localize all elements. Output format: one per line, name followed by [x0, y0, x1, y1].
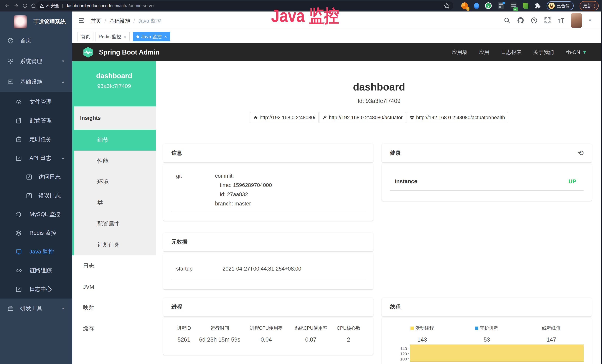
paused-label: 已暂停: [557, 3, 570, 9]
sba-nav-journal[interactable]: 日志报表: [501, 49, 522, 56]
sba-app-block[interactable]: dashboard 93a3fc7f7409: [72, 61, 156, 107]
tab-redis[interactable]: Redis 监控×: [95, 32, 129, 41]
sba-nav-applications[interactable]: 应用: [479, 49, 489, 56]
sidebar-item-access-log[interactable]: 访问日志: [0, 168, 72, 186]
user-caret-icon[interactable]: ▼: [588, 18, 592, 23]
github-icon[interactable]: [517, 17, 524, 24]
instance-title: dashboard: [156, 81, 602, 93]
sba-menu-config-props[interactable]: 配置属性: [74, 214, 156, 234]
sidebar-item-java-monitor[interactable]: Java 监控: [0, 243, 72, 261]
sidebar: 芋道管理系统 首页 系统管理 ▼ 基础设施 ▲ 文件管理 配置管理 定时任务 A…: [0, 11, 72, 364]
breadcrumb-home[interactable]: 首页: [91, 17, 101, 24]
emoji-face-icon: [548, 3, 555, 9]
extension-tampermonkey-icon[interactable]: on: [510, 2, 517, 9]
close-icon[interactable]: ×: [164, 34, 167, 39]
app-title: 芋道管理系统: [33, 18, 66, 26]
sba-app-name: dashboard: [72, 61, 156, 80]
sba-nav-about[interactable]: 关于我们: [533, 49, 554, 56]
sba-menu-metrics[interactable]: 性能: [74, 150, 156, 171]
sba-menu-scheduled-tasks[interactable]: 计划任务: [74, 234, 156, 255]
extension-y-icon[interactable]: y: [485, 2, 492, 9]
bookmark-star-icon[interactable]: [444, 3, 450, 9]
instance-home-link[interactable]: http://192.168.0.2:48080/: [250, 112, 319, 123]
card-process-header: 进程: [163, 298, 373, 316]
monitor-icon: [7, 79, 14, 85]
card-threads-body: 活动线程 143 守护进程 53 线程峰值 147 140 120 100: [382, 318, 592, 364]
sidebar-item-job[interactable]: 定时任务: [0, 130, 72, 148]
extension-grid-icon[interactable]: [498, 2, 504, 9]
sidebar-item-devtools[interactable]: 研发工具 ▼: [0, 300, 72, 317]
forward-icon[interactable]: [13, 3, 19, 9]
address-bar[interactable]: 不安全 | dashboard.yudao.iocoder.cn/infra/a…: [36, 1, 453, 10]
breadcrumb-current: Java 监控: [138, 17, 161, 24]
info-row-value: commit: time: 1596289704000 id: 27aa832 …: [215, 171, 272, 208]
sba-language-select[interactable]: zh-CN▼: [566, 49, 587, 55]
timer-icon: [16, 136, 22, 143]
sidebar-item-config[interactable]: 配置管理: [0, 112, 72, 130]
sba-menu-mappings[interactable]: 映射: [72, 297, 156, 318]
app-logo-row[interactable]: 芋道管理系统: [0, 13, 72, 31]
extension-leaf-icon[interactable]: [523, 3, 528, 9]
annotation-java-monitor: Java 监控: [271, 4, 339, 28]
threads-live-value: 143: [390, 336, 454, 343]
card-health-body: Instance UP: [382, 164, 592, 201]
hamburger-icon[interactable]: [78, 17, 85, 24]
health-instance-label: Instance: [395, 178, 417, 184]
tab-home[interactable]: 首页: [77, 32, 93, 41]
sidebar-item-home[interactable]: 首页: [0, 32, 72, 50]
tab-java[interactable]: Java 监控×: [133, 32, 170, 41]
sidebar-item-error-log[interactable]: 错误日志: [0, 187, 72, 204]
browser-menu-icon[interactable]: [594, 4, 595, 8]
chevron-up-icon: ▲: [61, 80, 65, 84]
extension-pin-icon[interactable]: [474, 3, 479, 9]
window-right-edge: [601, 11, 602, 364]
sidebar-item-api-log[interactable]: API 日志 ▲: [0, 149, 72, 167]
sba-brand[interactable]: Spring Boot Admin: [82, 46, 160, 58]
chevron-down-icon: ▼: [61, 60, 65, 63]
sba-menu-details[interactable]: 细节: [74, 130, 156, 150]
edit-icon: [16, 118, 22, 124]
layers-icon: [16, 230, 22, 236]
paused-extension-pill[interactable]: 已暂停: [547, 1, 574, 10]
instance-actuator-link[interactable]: http://192.168.0.2:48080/actuator: [319, 112, 406, 123]
help-icon[interactable]: [531, 17, 538, 24]
extension-colorzilla-icon[interactable]: 1: [461, 2, 468, 9]
sidebar-item-trace[interactable]: 链路追踪: [0, 261, 72, 279]
sidebar-item-log-center[interactable]: 日志中心: [0, 280, 72, 298]
search-icon[interactable]: [504, 17, 511, 24]
info-row-label: git: [176, 171, 215, 208]
font-size-icon[interactable]: [557, 17, 565, 24]
sba-menu-jvm[interactable]: JVM: [72, 276, 156, 297]
fullscreen-icon[interactable]: [544, 17, 551, 24]
sba-main: dashboard Id: 93a3fc7f7409 http://192.16…: [156, 61, 602, 364]
card-info-body: git commit: time: 1596289704000 id: 27aa…: [163, 164, 373, 221]
history-icon[interactable]: ⟲: [578, 149, 584, 157]
sba-sidebar: dashboard 93a3fc7f7409 Insights 细节 性能 环境…: [72, 61, 156, 364]
card-threads-header: 线程: [382, 298, 592, 316]
active-dot: [137, 35, 139, 38]
instance-health-link[interactable]: http://192.168.0.2:48080/actuator/health: [407, 112, 508, 123]
user-avatar[interactable]: [571, 13, 582, 28]
sba-menu-logs[interactable]: 日志: [72, 255, 156, 276]
extensions-puzzle-icon[interactable]: [534, 3, 541, 9]
close-icon[interactable]: ×: [124, 34, 126, 39]
sba-menu-environment[interactable]: 环境: [74, 171, 156, 193]
sidebar-item-redis[interactable]: Redis 监控: [0, 224, 72, 242]
reload-icon[interactable]: [22, 3, 27, 8]
dashboard-icon: [7, 37, 14, 44]
sidebar-item-infra[interactable]: 基础设施 ▲: [0, 73, 72, 91]
threads-chart: 140 120 100: [390, 346, 584, 364]
sidebar-item-mysql[interactable]: MySQL 监控: [0, 205, 72, 223]
sidebar-item-file[interactable]: 文件管理: [0, 93, 72, 111]
back-icon[interactable]: [4, 3, 10, 9]
update-button[interactable]: 更新: [580, 1, 599, 11]
sba-menu-classes[interactable]: 类: [74, 193, 156, 214]
sba-menu-caches[interactable]: 缓存: [72, 318, 156, 339]
edit-log-icon: [26, 193, 32, 199]
sba-nav-wallboard[interactable]: 应用墙: [452, 49, 468, 56]
breadcrumb-infra[interactable]: 基础设施: [109, 17, 130, 24]
sidebar-item-system[interactable]: 系统管理 ▼: [0, 52, 72, 70]
monitor-icon: [16, 249, 22, 255]
home-icon[interactable]: [31, 3, 36, 8]
chevron-down-icon: ▼: [61, 307, 65, 310]
